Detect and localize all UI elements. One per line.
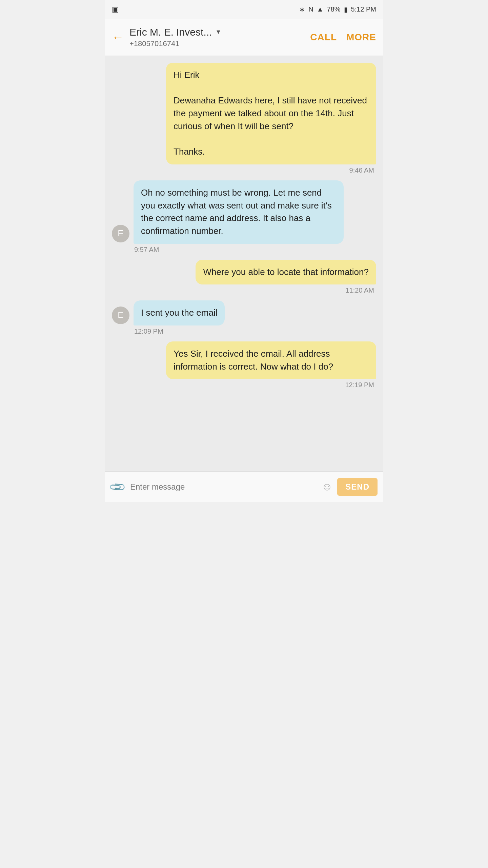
message-timestamp: 12:19 PM xyxy=(343,381,376,389)
contact-info: Eric M. E. Invest... ▼ +18057016741 xyxy=(129,26,310,48)
avatar: E xyxy=(112,225,129,242)
back-button[interactable]: ← xyxy=(112,31,124,43)
status-bar: ▣ ∗ N ▲ 78% ▮ 5:12 PM xyxy=(105,0,383,19)
message-row: EOh no something must be wrong. Let me s… xyxy=(112,180,376,254)
message-row: EI sent you the email12:09 PM xyxy=(112,300,376,335)
avatar: E xyxy=(112,307,129,324)
message-with-avatar: EOh no something must be wrong. Let me s… xyxy=(112,180,344,244)
dropdown-arrow-icon[interactable]: ▼ xyxy=(215,28,221,36)
more-button[interactable]: MORE xyxy=(346,32,376,43)
contact-name-row: Eric M. E. Invest... ▼ xyxy=(129,26,310,38)
message-timestamp: 12:09 PM xyxy=(112,328,165,335)
message-row: Where you able to locate that informatio… xyxy=(112,260,376,295)
message-timestamp: 9:57 AM xyxy=(112,246,161,254)
battery-icon: ▮ xyxy=(344,5,348,14)
message-row: Hi Erik Dewanaha Edwards here, I still h… xyxy=(112,63,376,174)
message-bubble: Yes Sir, I received the email. All addre… xyxy=(166,341,376,379)
message-bubble: Hi Erik Dewanaha Edwards here, I still h… xyxy=(166,63,376,164)
message-bubble: Oh no something must be wrong. Let me se… xyxy=(134,180,344,244)
message-input[interactable] xyxy=(129,479,317,494)
message-timestamp: 11:20 AM xyxy=(343,287,376,294)
message-bubble: Where you able to locate that informatio… xyxy=(196,260,376,285)
network-icon: N xyxy=(308,5,313,13)
contact-phone: +18057016741 xyxy=(129,39,310,48)
clock: 5:12 PM xyxy=(351,5,376,13)
contact-name: Eric M. E. Invest... xyxy=(129,26,212,38)
battery-level: 78% xyxy=(327,5,340,13)
message-timestamp: 9:46 AM xyxy=(347,166,376,174)
call-button[interactable]: CALL xyxy=(310,32,337,43)
message-with-avatar: EI sent you the email xyxy=(112,300,225,326)
message-bubble: I sent you the email xyxy=(134,300,225,326)
input-bar: 📎 ☺ SEND xyxy=(105,471,383,502)
message-row: Yes Sir, I received the email. All addre… xyxy=(112,341,376,389)
attach-icon[interactable]: 📎 xyxy=(108,477,126,496)
header-actions: CALL MORE xyxy=(310,32,376,43)
send-button[interactable]: SEND xyxy=(337,478,378,496)
bluetooth-icon: ∗ xyxy=(299,5,305,14)
messages-area: Hi Erik Dewanaha Edwards here, I still h… xyxy=(105,56,383,471)
header: ← Eric M. E. Invest... ▼ +18057016741 CA… xyxy=(105,19,383,56)
emoji-icon[interactable]: ☺ xyxy=(322,480,333,493)
signal-icon: ▲ xyxy=(317,5,324,13)
status-left-icons: ▣ xyxy=(112,5,119,14)
